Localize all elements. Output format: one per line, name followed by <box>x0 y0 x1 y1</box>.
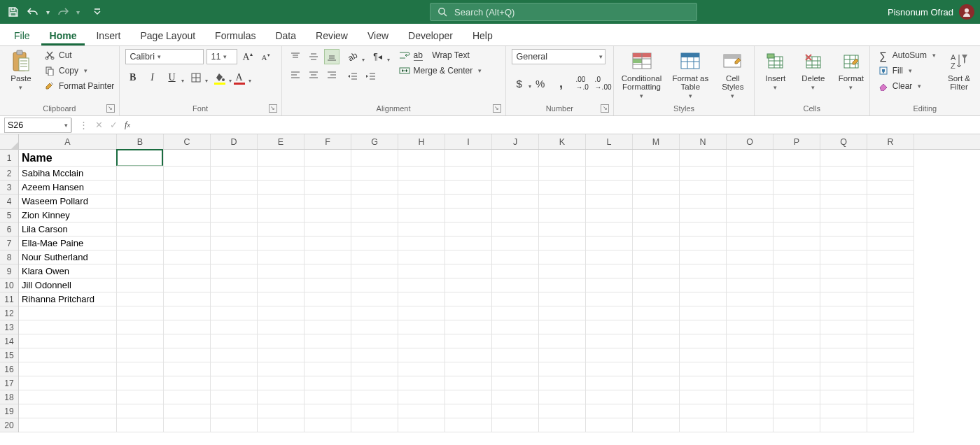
borders-button[interactable]: ▾ <box>188 70 204 85</box>
row-header-2[interactable]: 2 <box>0 167 18 181</box>
cell-L17[interactable] <box>586 376 633 390</box>
cell-H9[interactable] <box>398 264 445 278</box>
cell-J19[interactable] <box>492 404 539 418</box>
cell-N6[interactable] <box>680 222 727 236</box>
align-middle-button[interactable] <box>306 49 321 64</box>
cell-K4[interactable] <box>539 195 586 209</box>
cell-I19[interactable] <box>445 404 492 418</box>
cell-E20[interactable] <box>258 418 304 432</box>
cell-P12[interactable] <box>774 306 820 320</box>
column-header-E[interactable]: E <box>258 134 304 149</box>
cell-J12[interactable] <box>492 306 539 320</box>
cell-G3[interactable] <box>351 181 398 195</box>
cell-A5[interactable]: Zion Kinney <box>19 209 117 222</box>
cell-J7[interactable] <box>492 236 539 250</box>
cell-G17[interactable] <box>351 376 398 390</box>
cell-O7[interactable] <box>727 236 774 250</box>
cell-N1[interactable] <box>680 150 727 167</box>
cell-L3[interactable] <box>586 181 633 195</box>
cell-D11[interactable] <box>211 292 258 306</box>
cell-C5[interactable] <box>164 209 211 222</box>
cell-N20[interactable] <box>680 418 727 432</box>
cell-J20[interactable] <box>492 418 539 432</box>
decrease-font-button[interactable]: A▾ <box>258 49 274 64</box>
cell-R2[interactable] <box>867 167 914 181</box>
cell-Q13[interactable] <box>820 320 867 334</box>
cell-N19[interactable] <box>680 404 727 418</box>
cell-B2[interactable] <box>117 167 164 181</box>
cell-C10[interactable] <box>164 278 211 292</box>
tab-help[interactable]: Help <box>464 26 501 45</box>
cell-I7[interactable] <box>445 236 492 250</box>
cell-Q11[interactable] <box>820 292 867 306</box>
cell-E8[interactable] <box>258 250 304 264</box>
cell-J18[interactable] <box>492 390 539 404</box>
cell-R10[interactable] <box>867 278 914 292</box>
cell-C14[interactable] <box>164 334 211 348</box>
column-header-A[interactable]: A <box>19 134 117 149</box>
cell-O15[interactable] <box>727 348 774 362</box>
text-direction-button[interactable]: ¶◂▾ <box>370 49 386 64</box>
cell-C7[interactable] <box>164 236 211 250</box>
cell-G18[interactable] <box>351 390 398 404</box>
enter-formula-icon[interactable]: ✓ <box>110 120 118 130</box>
row-header-4[interactable]: 4 <box>0 195 18 209</box>
cell-L10[interactable] <box>586 278 633 292</box>
cell-L14[interactable] <box>586 334 633 348</box>
cell-A8[interactable]: Nour Sutherland <box>19 250 117 264</box>
cell-M11[interactable] <box>633 292 680 306</box>
cell-A15[interactable] <box>19 348 117 362</box>
cell-O5[interactable] <box>727 209 774 222</box>
cell-H3[interactable] <box>398 181 445 195</box>
column-header-C[interactable]: C <box>164 134 211 149</box>
cell-O16[interactable] <box>727 362 774 376</box>
cell-I10[interactable] <box>445 278 492 292</box>
cell-I14[interactable] <box>445 334 492 348</box>
column-header-Q[interactable]: Q <box>820 134 867 149</box>
cell-L12[interactable] <box>586 306 633 320</box>
column-header-G[interactable]: G <box>351 134 398 149</box>
underline-button[interactable]: U▾ <box>164 70 180 85</box>
column-header-M[interactable]: M <box>633 134 680 149</box>
cell-H4[interactable] <box>398 195 445 209</box>
cell-A11[interactable]: Rihanna Pritchard <box>19 292 117 306</box>
column-header-P[interactable]: P <box>774 134 820 149</box>
cell-D12[interactable] <box>211 306 258 320</box>
align-bottom-button[interactable] <box>324 49 340 64</box>
alignment-launcher-icon[interactable]: ↘ <box>493 104 501 113</box>
cell-F2[interactable] <box>304 167 351 181</box>
cell-N4[interactable] <box>680 195 727 209</box>
cell-Q12[interactable] <box>820 306 867 320</box>
cell-L15[interactable] <box>586 348 633 362</box>
cell-I18[interactable] <box>445 390 492 404</box>
cell-D8[interactable] <box>211 250 258 264</box>
cell-F19[interactable] <box>304 404 351 418</box>
cell-P17[interactable] <box>774 376 820 390</box>
cell-I12[interactable] <box>445 306 492 320</box>
cell-A2[interactable]: Sabiha Mcclain <box>19 167 117 181</box>
cell-L8[interactable] <box>586 250 633 264</box>
name-box[interactable]: S26 ▾ <box>4 118 71 133</box>
fill-button[interactable]: Fill <box>876 64 938 77</box>
cell-G19[interactable] <box>351 404 398 418</box>
cell-B16[interactable] <box>117 362 164 376</box>
cell-R1[interactable] <box>867 150 914 167</box>
font-launcher-icon[interactable]: ↘ <box>269 104 277 113</box>
cell-G16[interactable] <box>351 362 398 376</box>
cell-G2[interactable] <box>351 167 398 181</box>
increase-font-button[interactable]: A▴ <box>240 49 255 64</box>
undo-dropdown-icon[interactable]: ▾ <box>46 8 50 16</box>
cell-G12[interactable] <box>351 306 398 320</box>
cell-K13[interactable] <box>539 320 586 334</box>
cancel-formula-icon[interactable]: ✕ <box>95 120 103 130</box>
cell-C1[interactable] <box>164 150 211 167</box>
cell-D3[interactable] <box>211 181 258 195</box>
cell-R18[interactable] <box>867 390 914 404</box>
cell-J3[interactable] <box>492 181 539 195</box>
cell-O4[interactable] <box>727 195 774 209</box>
cell-J11[interactable] <box>492 292 539 306</box>
cell-B13[interactable] <box>117 320 164 334</box>
cell-H10[interactable] <box>398 278 445 292</box>
cell-M8[interactable] <box>633 250 680 264</box>
cell-D14[interactable] <box>211 334 258 348</box>
